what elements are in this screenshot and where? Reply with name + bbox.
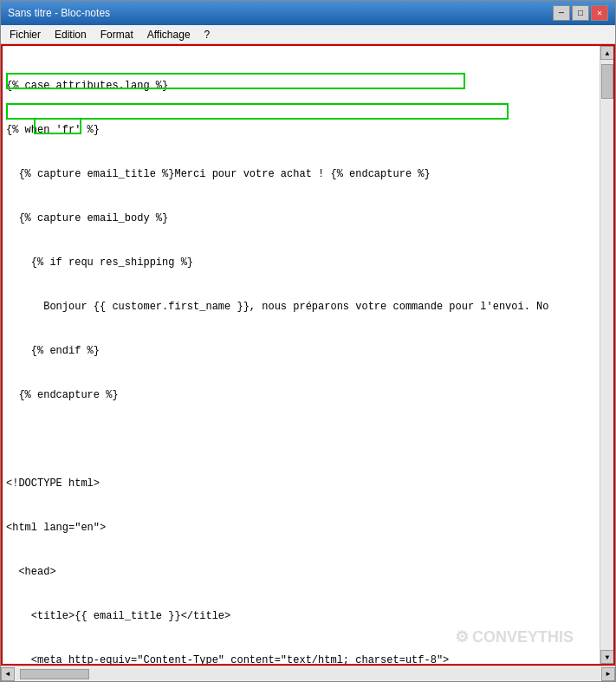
code-line-3: {% capture email_title %}Merci pour votr… <box>6 167 596 182</box>
menu-help[interactable]: ? <box>198 27 217 42</box>
horizontal-scrollbar: ◄ ► <box>1 666 615 681</box>
code-line-4: {% capture email_body %} <box>6 211 596 226</box>
menu-edition[interactable]: Edition <box>48 27 94 42</box>
code-line-5: {% if requ res_shipping %} <box>6 256 596 270</box>
code-line-10: <!DOCTYPE html> <box>6 477 596 491</box>
code-line-13: <title>{{ email_title }}</title> <box>6 609 596 624</box>
scroll-right-button[interactable]: ► <box>601 667 615 681</box>
maximize-button[interactable]: □ <box>572 5 589 21</box>
menu-affichage[interactable]: Affichage <box>140 27 198 42</box>
content-area: {% case attributes.lang %} {% when 'fr' … <box>1 44 615 666</box>
code-line-11: <html lang="en"> <box>6 521 596 536</box>
scroll-track-v[interactable] <box>600 60 613 650</box>
scroll-track-h[interactable] <box>16 668 600 680</box>
code-line-14: <meta http-equiv="Content-Type" content=… <box>6 653 596 664</box>
vertical-scrollbar: ▲ ▼ <box>600 46 613 664</box>
notepad-window: Sans titre - Bloc-notes ─ □ ✕ Fichier Ed… <box>0 0 616 682</box>
menu-format[interactable]: Format <box>94 27 140 42</box>
code-line-9 <box>6 432 596 447</box>
code-line-8: {% endcapture %} <box>6 388 596 403</box>
scroll-thumb-v[interactable] <box>601 64 613 99</box>
code-line-6: Bonjour {{ customer.first_name }}, nous … <box>6 300 596 315</box>
scroll-up-button[interactable]: ▲ <box>600 46 614 60</box>
close-button[interactable]: ✕ <box>591 5 608 21</box>
scroll-left-button[interactable]: ◄ <box>1 667 15 681</box>
menu-fichier[interactable]: Fichier <box>3 27 48 42</box>
code-line-1: {% case attributes.lang %} <box>6 79 596 94</box>
title-bar: Sans titre - Bloc-notes ─ □ ✕ <box>1 1 615 25</box>
window-title: Sans titre - Bloc-notes <box>8 7 110 19</box>
code-content: {% case attributes.lang %} {% when 'fr' … <box>3 48 600 664</box>
window-controls: ─ □ ✕ <box>553 5 608 21</box>
minimize-button[interactable]: ─ <box>553 5 570 21</box>
code-line-7: {% endif %} <box>6 344 596 359</box>
scroll-down-button[interactable]: ▼ <box>600 650 614 664</box>
editor[interactable]: {% case attributes.lang %} {% when 'fr' … <box>3 46 600 664</box>
code-line-2: {% when 'fr' %} <box>6 123 596 138</box>
code-line-12: <head> <box>6 565 596 580</box>
scroll-thumb-h[interactable] <box>20 669 89 679</box>
menu-bar: Fichier Edition Format Affichage ? <box>1 25 615 44</box>
